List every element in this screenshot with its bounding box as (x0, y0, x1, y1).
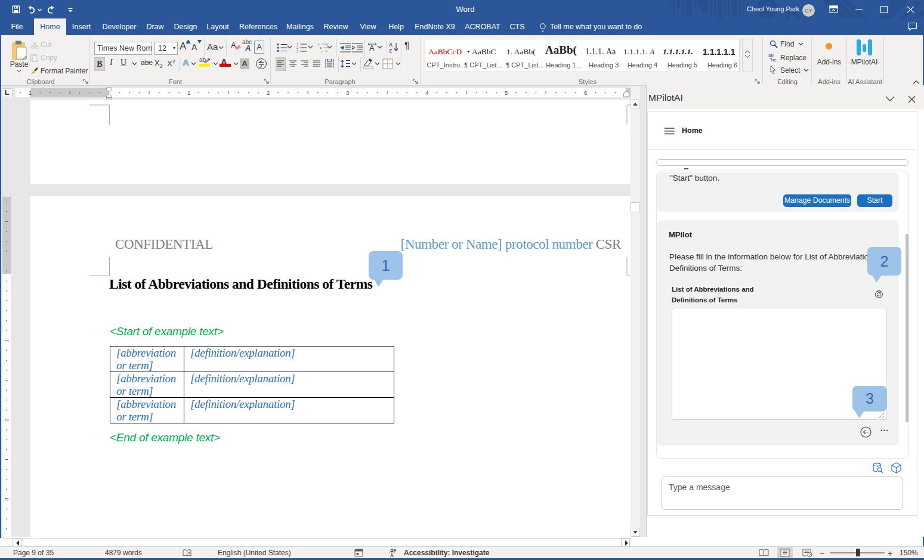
svg-text:2: 2 (3, 418, 10, 421)
svg-text:A: A (369, 44, 375, 52)
svg-text:5: 5 (505, 89, 508, 96)
svg-text:3: 3 (346, 89, 349, 96)
svg-text:Z: Z (389, 48, 392, 53)
svg-text:3: 3 (296, 49, 298, 52)
svg-text:ac: ac (771, 57, 776, 62)
svg-text:3: 3 (3, 497, 10, 500)
svg-text:i: i (322, 49, 322, 52)
svg-text:6: 6 (584, 89, 587, 96)
svg-text:2: 2 (267, 89, 270, 96)
svg-text:4: 4 (425, 89, 428, 96)
svg-text:1: 1 (29, 89, 32, 96)
svg-text:A: A (389, 42, 393, 48)
svg-text:1: 1 (3, 339, 10, 342)
svg-text:1: 1 (187, 89, 190, 96)
